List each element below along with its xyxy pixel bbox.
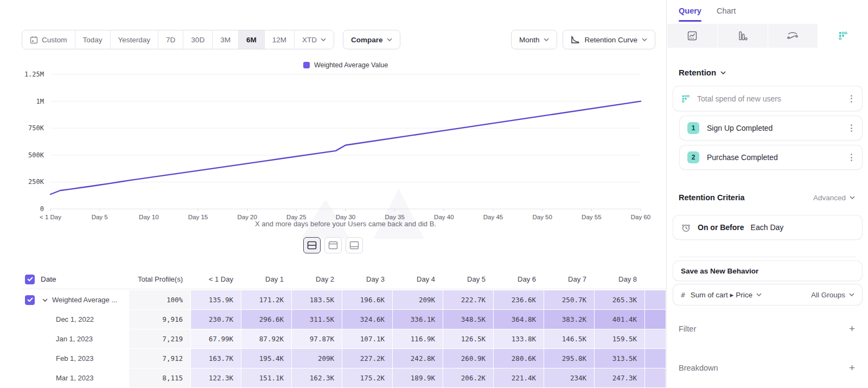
layout-toggle-group (0, 237, 666, 253)
day-value-cell-partial (645, 310, 666, 329)
criteria-mode-dropdown[interactable]: Advanced (813, 194, 855, 202)
groups-dropdown[interactable]: All Groups (811, 291, 854, 299)
chart-only-toggle[interactable] (324, 237, 342, 253)
range-custom[interactable]: Custom (22, 30, 75, 49)
date-cell: Date (22, 270, 129, 289)
toolbar-right-group: Month Retention Curve (511, 30, 655, 49)
behavior-card[interactable]: Total spend of new users (673, 86, 862, 111)
row-checkbox[interactable] (25, 275, 35, 284)
x-axis-label: Day 20 (225, 214, 270, 220)
step-card-2[interactable]: 2 Purchase Completed (680, 145, 862, 169)
day-value-cell: 247.3K (595, 368, 644, 387)
add-filter-button[interactable]: + (849, 323, 855, 334)
collapse-row-icon[interactable] (41, 296, 49, 304)
row-label: Mar 1, 2023 (56, 374, 93, 382)
table-header-row: DateTotal Profile(s)< 1 DayDay 1Day 2Day… (22, 270, 666, 289)
compare-button[interactable]: Compare (343, 30, 401, 49)
retention-curve-line[interactable] (50, 101, 641, 194)
table-row[interactable]: Mar 1, 20238,115122.3K151.1K162.3K175.2K… (22, 368, 666, 387)
granularity-dropdown[interactable]: Month (511, 30, 558, 49)
day-value-cell-partial (645, 270, 666, 289)
chart-type-label: Retention Curve (584, 36, 637, 44)
step-event-label: Sign Up Completed (707, 124, 773, 132)
retention-icon[interactable] (818, 24, 868, 48)
day-value-cell: 265.3K (595, 290, 644, 309)
row-label: Weighted Average ... (52, 296, 117, 304)
x-axis-label: Day 5 (77, 214, 123, 220)
range-12m[interactable]: 12M (265, 30, 295, 49)
day-value-cell: 383.2K (544, 310, 594, 329)
day-value-cell: 250.7K (544, 290, 594, 309)
x-axis-label: Day 55 (569, 214, 614, 220)
day-column-header: Day 3 (342, 270, 392, 289)
funnels-icon[interactable] (718, 24, 768, 48)
tab-chart[interactable]: Chart (717, 7, 736, 22)
breakdown-row: Breakdown + (679, 362, 855, 373)
day-value-cell: 313.5K (595, 349, 644, 368)
day-value-cell: 364.8K (494, 310, 544, 329)
day-value-cell: 135.9K (191, 290, 241, 309)
behavior-retention-icon (681, 94, 691, 104)
split-view-toggle[interactable] (303, 237, 321, 253)
day-value-cell-partial (645, 349, 666, 368)
criteria-condition-card[interactable]: On or Before Each Day (673, 215, 862, 239)
day-value-cell: 116.9K (393, 329, 443, 348)
day-column-header: Day 5 (443, 270, 493, 289)
day-value-cell: 242.8K (393, 349, 443, 368)
chevron-down-icon (321, 38, 326, 41)
range-3m[interactable]: 3M (213, 30, 239, 49)
day-value-cell: 122.3K (191, 368, 241, 387)
total-profiles-header: Total Profile(s) (129, 270, 190, 289)
y-axis-label: 500K (5, 151, 44, 159)
day-value-cell: 206.2K (443, 368, 493, 387)
tab-query[interactable]: Query (679, 7, 701, 22)
step-menu-button[interactable] (848, 151, 854, 163)
day-value-cell: 348.5K (443, 310, 493, 329)
total-profiles-cell: 9,916 (129, 310, 190, 329)
y-axis-label: 1M (5, 98, 44, 105)
chart-type-dropdown[interactable]: Retention Curve (563, 30, 655, 49)
query-builder-sidebar: Query Chart Retention Total spend of new… (666, 0, 868, 388)
day-value-cell: 280.6K (494, 349, 544, 368)
filter-label: Filter (679, 325, 696, 333)
table-row[interactable]: Feb 1, 20237,912163.7K195.4K209K227.2K24… (22, 349, 666, 368)
range-6m[interactable]: 6M (239, 30, 265, 49)
table-only-toggle[interactable] (346, 237, 363, 253)
chevron-down-icon (642, 38, 647, 41)
save-as-new-behavior-button[interactable]: Save as New Behavior (673, 261, 862, 281)
day-value-cell: 126.5K (443, 329, 493, 348)
row-checkbox[interactable] (25, 295, 35, 305)
day-value-cell: 159.5K (595, 329, 644, 348)
chevron-down-icon (849, 293, 854, 296)
step-number-badge: 2 (687, 151, 699, 163)
table-row[interactable]: Jan 1, 20237,21967.99K87.92K97.87K107.1K… (22, 329, 666, 348)
criteria-label: Retention Criteria (679, 193, 745, 202)
range-7d[interactable]: 7D (158, 30, 183, 49)
y-axis-label: 250K (5, 178, 44, 186)
step-menu-button[interactable] (848, 122, 854, 134)
insights-icon[interactable] (667, 24, 718, 48)
range-yesterday[interactable]: Yesterday (111, 30, 159, 49)
report-toolbar: CustomTodayYesterday7D30D3M6M12MXTD Comp… (22, 30, 655, 49)
y-axis-label: 750K (5, 124, 44, 132)
flows-icon[interactable] (768, 24, 819, 48)
report-section-header[interactable]: Retention (679, 68, 726, 77)
day-column-header: Day 1 (241, 270, 291, 289)
date-cell: Dec 1, 2022 (22, 310, 129, 329)
behavior-menu-button[interactable] (848, 93, 854, 105)
day-column-header: Day 2 (292, 270, 342, 289)
chart-legend[interactable]: Weighted Average Value (50, 61, 641, 69)
measure-property-dropdown[interactable]: Sum of cart ▸ Price (691, 290, 762, 299)
measure-property-label: Sum of cart ▸ Price (691, 290, 752, 299)
table-row[interactable]: Dec 1, 20229,916230.7K296.6K311.5K324.6K… (22, 310, 666, 329)
range-30d[interactable]: 30D (183, 30, 213, 49)
range-xtd[interactable]: XTD (295, 30, 334, 49)
day-value-cell: 295.8K (544, 349, 594, 368)
day-value-cell-partial (645, 290, 666, 309)
total-profiles-cell: 8,115 (129, 368, 190, 387)
range-today[interactable]: Today (75, 30, 111, 49)
step-card-1[interactable]: 1 Sign Up Completed (680, 116, 862, 140)
day-value-cell: 107.1K (342, 329, 392, 348)
table-row[interactable]: Weighted Average ...100%135.9K171.2K183.… (22, 290, 666, 309)
add-breakdown-button[interactable]: + (849, 362, 855, 373)
